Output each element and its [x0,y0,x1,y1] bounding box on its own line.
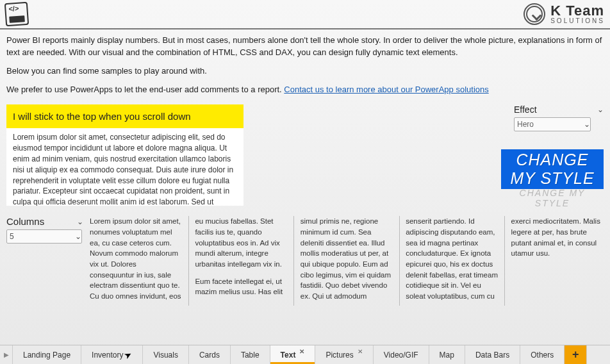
sticky-banner: I will stick to the top when you scroll … [6,104,243,128]
effect-value: Hero [517,120,534,129]
tab-close-icon[interactable]: ✕ [299,348,304,355]
chevron-down-icon: ⌄ [584,120,590,129]
tab-video-gif[interactable]: Video/GIF [374,345,429,364]
brand-name: K Team [550,4,605,18]
intro-p3-prefix: We prefer to use PowerApps to let the en… [6,85,284,94]
tab-close-icon[interactable]: ✕ [358,348,363,355]
header-bar: K Team SOLUTIONS [0,0,610,29]
tab-label: Video/GIF [384,351,418,360]
tab-table[interactable]: Table [231,345,270,364]
chevron-down-icon: ⌄ [597,105,604,114]
tab-map[interactable]: Map [429,345,465,364]
sticky-scroll-box[interactable]: I will stick to the top when you scroll … [6,104,243,206]
tab-visuals[interactable]: Visuals [143,345,188,364]
tab-label: Landing Page [23,351,70,360]
tab-label: Inventory [92,351,123,360]
tab-data-bars[interactable]: Data Bars [465,345,520,364]
brand-block: K Team SOLUTIONS [523,3,605,25]
columns-text: Lorem ipsum dolor sit amet, nonumes volu… [90,216,604,306]
tab-label: Pictures [326,351,353,360]
intro-section: Power BI reports mainly display numbers.… [0,29,610,104]
lorem-body: Lorem ipsum dolor sit amet, consectetur … [6,128,243,206]
intro-paragraph-1: Power BI reports mainly display numbers.… [6,35,604,59]
chevron-down-icon: ⌄ [75,232,81,241]
tab-text[interactable]: Text✕ [270,345,316,364]
intro-paragraph-3: We prefer to use PowerApps to let the en… [6,84,604,96]
tab-label: Data Bars [475,351,509,360]
tab-landing-page[interactable]: Landing Page [13,345,81,364]
effect-select[interactable]: Hero ⌄ [514,117,591,131]
cursor-pointer-icon: ➤ [122,349,134,361]
effect-header[interactable]: Effect ⌄ [514,104,604,117]
tab-others[interactable]: Others [520,345,565,364]
style-banner: CHANGE MY STYLE [501,149,604,189]
tab-scroll-left[interactable]: ▶ [0,345,13,364]
columns-label: Columns [6,216,44,227]
tab-label: Map [440,351,454,360]
tab-label: Text [281,351,296,360]
app-icon [4,2,29,26]
chevron-down-icon: ⌄ [77,217,83,226]
tab-label: Cards [199,351,220,360]
brand-subtitle: SOLUTIONS [550,18,605,24]
effect-column: Effect ⌄ Hero ⌄ CHANGE MY STYLE CHANGE M… [501,104,604,208]
tab-pictures[interactable]: Pictures✕ [315,345,373,364]
style-banner-shadow: CHANGE MY STYLE [501,188,604,208]
tab-bar: ▶ Landing PageInventory➤VisualsCardsTabl… [0,345,610,364]
tab-add-button[interactable]: + [565,345,586,364]
effect-label: Effect [514,104,537,115]
tab-label: Others [531,351,554,360]
columns-value: 5 [10,232,14,241]
tab-label: Table [241,351,260,360]
columns-select[interactable]: 5 ⌄ [6,229,82,244]
columns-header[interactable]: Columns ⌄ [6,216,83,227]
brand-logo-icon [523,3,545,25]
tab-label: Visuals [153,351,177,360]
tab-inventory[interactable]: Inventory➤ [81,345,143,364]
tab-cards[interactable]: Cards [189,345,231,364]
columns-section: Columns ⌄ 5 ⌄ Lorem ipsum dolor sit amet… [0,212,610,315]
mid-section: I will stick to the top when you scroll … [0,104,610,212]
intro-paragraph-2: Below you can find some samples to play … [6,65,604,78]
contact-link[interactable]: Contact us to learn more about our Power… [284,85,488,94]
